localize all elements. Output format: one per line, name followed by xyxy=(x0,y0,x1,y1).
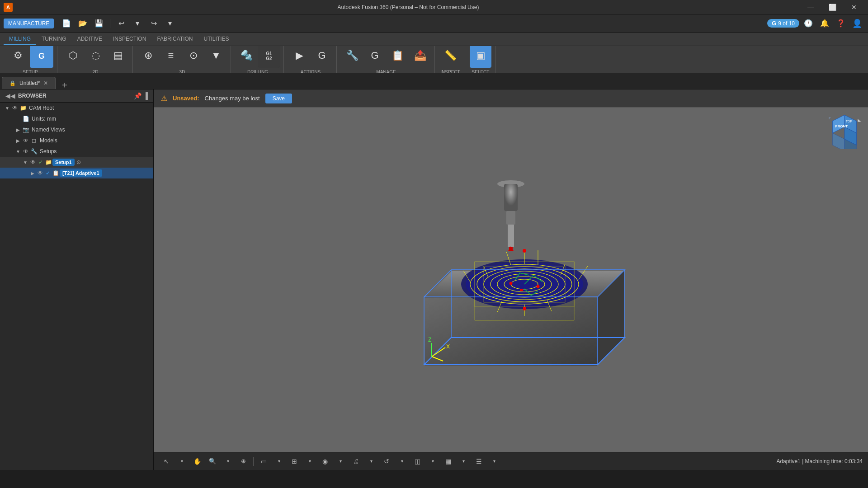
tree-item-cam-root[interactable]: ▼ 👁 📁 CAM Root xyxy=(0,103,153,113)
save-file-button[interactable]: Save xyxy=(265,94,292,103)
collapse-browser-button[interactable]: ◀◀ xyxy=(5,92,15,99)
3d-adaptive-btn[interactable]: ⊛ xyxy=(137,46,159,68)
select-btn[interactable]: ▣ xyxy=(470,46,491,68)
2d-face-btn[interactable]: ▤ xyxy=(107,46,129,68)
dropdown-more[interactable]: ▾ xyxy=(487,455,501,468)
more-tools-btn[interactable]: ☰ xyxy=(472,455,486,468)
clock-button[interactable]: 🕐 xyxy=(801,17,816,30)
manage-post-btn[interactable]: 📤 xyxy=(409,46,431,68)
pan-tool-btn[interactable]: ✋ xyxy=(190,455,204,468)
new-tab-button[interactable]: ＋ xyxy=(57,80,73,89)
print-btn[interactable]: 🖨 xyxy=(349,455,363,468)
g-action-btn[interactable]: G xyxy=(30,46,53,68)
manage-copy-btn[interactable]: 📋 xyxy=(387,46,408,68)
dropdown-panel[interactable]: ▾ xyxy=(456,455,471,468)
zoom-tool-btn[interactable]: 🔍 xyxy=(205,455,220,468)
browser-pin-button[interactable]: 📌 xyxy=(134,92,142,99)
svg-text:Z: Z xyxy=(428,337,431,343)
refresh-btn[interactable]: ↺ xyxy=(379,455,394,468)
tab-milling[interactable]: MILLING xyxy=(4,34,36,45)
dropdown-print[interactable]: ▾ xyxy=(364,455,378,468)
tree-item-setups[interactable]: ▼ 👁 🔧 Setups xyxy=(0,146,153,157)
tree-item-models[interactable]: ▶ 👁 ◻ Models xyxy=(0,135,153,146)
close-button[interactable]: ✕ xyxy=(844,0,864,14)
version-counter: G 9 of 10 xyxy=(767,19,799,28)
tab-fabrication[interactable]: FABRICATION xyxy=(151,34,198,45)
panel-btn[interactable]: ▦ xyxy=(441,455,455,468)
window-controls: — ⬜ ✕ xyxy=(800,0,864,14)
simulate-btn[interactable]: ▶ xyxy=(288,46,310,68)
unsaved-banner: ⚠ Unsaved: Changes may be lost Save xyxy=(154,89,868,108)
tree-item-setup1[interactable]: ▼ 👁 ✓ 📁 Setup1 ⊙ xyxy=(0,157,153,168)
eye-cam-root[interactable]: 👁 xyxy=(11,104,19,112)
tab-inspection[interactable]: INSPECTION xyxy=(108,34,151,45)
dropdown-grid[interactable]: ▾ xyxy=(302,455,317,468)
2d-contour-btn[interactable]: ◌ xyxy=(85,46,106,68)
maximize-button[interactable]: ⬜ xyxy=(822,0,843,14)
expand-models[interactable]: ▶ xyxy=(14,137,22,144)
inspect-measure-btn[interactable]: 📏 xyxy=(439,46,461,68)
split-view-btn[interactable]: ◫ xyxy=(410,455,425,468)
check-setup1: ✓ xyxy=(37,159,44,166)
drill-btn[interactable]: 🔩 xyxy=(236,46,257,68)
select-icon: ▣ xyxy=(476,50,486,61)
manage-tool-btn[interactable]: 🔧 xyxy=(341,46,363,68)
3d-scallop-btn[interactable]: ⊙ xyxy=(183,46,204,68)
g1g2-btn[interactable]: G1G2 xyxy=(258,46,280,68)
dropdown-refresh[interactable]: ▾ xyxy=(395,455,409,468)
expand-named-views[interactable]: ▶ xyxy=(14,126,22,133)
ribbon-group-2d: ⬡ ◌ ▤ 2D xyxy=(58,46,133,73)
manufacture-dropdown[interactable]: MANUFACTURE xyxy=(4,19,54,28)
canvas-area[interactable]: Z X xyxy=(154,108,868,452)
minimize-button[interactable]: — xyxy=(800,0,821,14)
3d-parallel-btn[interactable]: ≡ xyxy=(160,46,182,68)
tab-utilities[interactable]: UTILITIES xyxy=(198,34,235,45)
dropdown-zoom[interactable]: ▾ xyxy=(221,455,235,468)
help-button[interactable]: ❓ xyxy=(834,17,848,30)
manage-g-btn[interactable]: G xyxy=(364,46,386,68)
dropdown-split[interactable]: ▾ xyxy=(425,455,440,468)
tree-item-named-views[interactable]: ▶ 📷 Named Views xyxy=(0,124,153,135)
eye-setup1[interactable]: 👁 xyxy=(29,158,37,166)
dropdown-snap[interactable]: ▾ xyxy=(333,455,348,468)
new-file-button[interactable]: 📄 xyxy=(59,17,74,30)
icon-cam-root: 📁 xyxy=(19,104,27,112)
3d-more-btn[interactable]: ▼ xyxy=(205,46,227,68)
display-mode-btn[interactable]: ▭ xyxy=(256,455,271,468)
tree-item-adaptive1[interactable]: ▶ 👁 ✓ 📋 [T21] Adaptive1 xyxy=(0,168,153,178)
expand-setup1[interactable]: ▼ xyxy=(22,159,29,166)
expand-setups[interactable]: ▼ xyxy=(14,148,22,155)
eye-setups[interactable]: 👁 xyxy=(22,147,30,155)
eye-models[interactable]: 👁 xyxy=(22,136,30,145)
fit-view-btn[interactable]: ⊕ xyxy=(236,455,250,468)
eye-adaptive1[interactable]: 👁 xyxy=(36,169,44,177)
setup-main-btn[interactable]: ⚙ xyxy=(7,46,29,68)
grid-btn[interactable]: ⊞ xyxy=(287,455,302,468)
machining-view: Z X xyxy=(357,162,665,397)
browser-expand-button[interactable]: ▐ xyxy=(143,92,148,99)
cursor-tool-btn[interactable]: ↖ xyxy=(159,455,174,468)
dropdown-display[interactable]: ▾ xyxy=(272,455,286,468)
notifications-button[interactable]: 🔔 xyxy=(817,17,832,30)
save-button[interactable]: 💾 xyxy=(92,17,106,30)
viewport: ⚠ Unsaved: Changes may be lost Save xyxy=(154,89,868,470)
view-cube[interactable]: FRONT TOP Z xyxy=(826,113,863,149)
snap-btn[interactable]: ◉ xyxy=(318,455,332,468)
doc-tab-close[interactable]: ✕ xyxy=(43,80,48,86)
actions-g-btn[interactable]: G xyxy=(311,46,333,68)
2d-pocket-btn[interactable]: ⬡ xyxy=(62,46,84,68)
profile-button[interactable]: 👤 xyxy=(850,17,864,30)
doc-tab-untitled[interactable]: 🔒 Untitled* ✕ xyxy=(2,77,56,89)
expand-cam-root[interactable]: ▼ xyxy=(4,104,11,112)
undo-dropdown[interactable]: ▾ xyxy=(130,17,145,30)
tab-turning[interactable]: TURNING xyxy=(36,34,72,45)
svg-rect-30 xyxy=(523,307,526,310)
redo-button[interactable]: ↪ xyxy=(146,17,161,30)
tab-additive[interactable]: ADDITIVE xyxy=(72,34,108,45)
open-button[interactable]: 📂 xyxy=(75,17,90,30)
tree-item-units[interactable]: 📄 Units: mm xyxy=(0,113,153,124)
undo-button[interactable]: ↩ xyxy=(114,17,128,30)
dropdown-cursor[interactable]: ▾ xyxy=(175,455,189,468)
expand-adaptive1[interactable]: ▶ xyxy=(29,169,36,177)
redo-dropdown[interactable]: ▾ xyxy=(163,17,177,30)
